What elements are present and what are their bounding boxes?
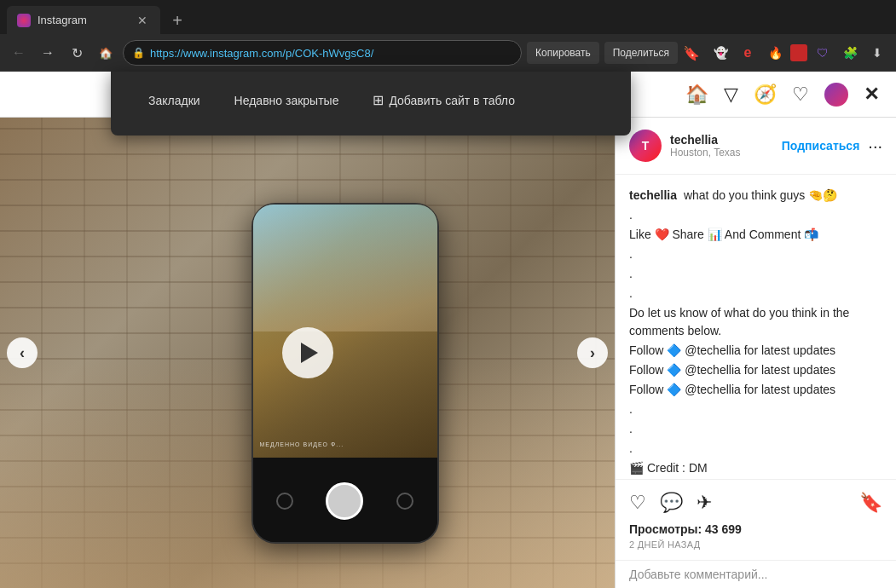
post-user-info: techellia Houston, Texas	[670, 133, 773, 159]
home-button[interactable]: 🏠	[94, 41, 118, 65]
caption-follow-1: Follow 🔷 @techellia for latest updates	[629, 342, 882, 360]
caption-credit: 🎬 Credit : DM	[629, 459, 882, 477]
close-button[interactable]: ✕	[864, 84, 879, 106]
comment-button[interactable]: 💬	[660, 492, 683, 514]
url-bar: 🔒	[123, 40, 522, 66]
ghost-icon[interactable]: 👻	[708, 41, 732, 65]
comment-input[interactable]	[629, 568, 882, 581]
caption-follow-2: Follow 🔷 @techellia for latest updates	[629, 361, 882, 379]
ig-profile-avatar[interactable]	[824, 83, 848, 107]
reload-button[interactable]: ↻	[65, 41, 89, 65]
add-to-tab-label: Добавить сайт в табло	[389, 94, 515, 107]
lock-icon: 🔒	[132, 47, 145, 59]
phone-screen	[253, 205, 437, 458]
caption-content: what do you think guys 🤏🤔	[684, 188, 837, 202]
caption-dot-5: .	[629, 420, 882, 438]
bookmarks-label: Закладки	[148, 94, 200, 107]
recent-closed-label: Недавно закрытые	[234, 94, 339, 107]
more-options-button[interactable]: ···	[868, 137, 882, 154]
share-button[interactable]: ✈	[697, 492, 712, 514]
back-button[interactable]: ←	[7, 41, 31, 65]
browser-extensions: 👻 e 🔥 🛡 🧩 ⬇	[708, 41, 889, 65]
share-button[interactable]: Поделиться	[604, 42, 678, 64]
add-tab-icon: ⊞	[373, 92, 384, 108]
post-username[interactable]: techellia	[670, 133, 773, 147]
download-icon[interactable]: ⬇	[865, 41, 889, 65]
caption-follow-3: Follow 🔷 @techellia for latest updates	[629, 381, 882, 399]
post-actions: ♡ 💬 ✈ 🔖 Просмотры: 43 699 2 ДНЕЙ НАЗАД	[616, 479, 896, 560]
phone-device: МЕДЛЕННО ВИДЕО Ф...	[251, 203, 439, 544]
post-caption: techellia what do you think guys 🤏🤔 . Li…	[616, 175, 896, 479]
camera-shutter[interactable]	[326, 482, 363, 520]
bookmark-icon[interactable]: 🔖	[683, 45, 700, 61]
phone-mode-text: МЕДЛЕННО ВИДЕО Ф...	[260, 441, 344, 447]
user-avatar: T	[629, 130, 662, 162]
post-info-panel: T techellia Houston, Texas Подписаться ·…	[615, 118, 896, 588]
action-icons-row: ♡ 💬 ✈ 🔖	[629, 487, 882, 519]
tab-title: Instagram	[38, 14, 128, 26]
caption-separator-1: .	[629, 206, 882, 224]
extensions-icon[interactable]: 🧩	[838, 41, 862, 65]
next-arrow[interactable]: ›	[577, 337, 608, 368]
post-meta: Просмотры: 43 699 2 ДНЕЙ НАЗАД	[629, 519, 882, 553]
red-square-icon[interactable]	[790, 44, 807, 61]
play-button[interactable]	[282, 327, 333, 378]
copy-button[interactable]: Копировать	[527, 42, 599, 64]
instagram-page: Instagram 🏠 ▽ 🧭 ♡ ✕	[0, 72, 896, 588]
e-icon[interactable]: e	[736, 41, 760, 65]
phone-camera-controls	[253, 461, 437, 542]
add-comment-bar	[616, 560, 896, 588]
browser-frame: Instagram ✕ + ← → ↻ 🏠 🔒 Копировать Подел…	[0, 0, 896, 588]
caption-share-comment: Like ❤️ Share 📊 And Comment 📬	[629, 226, 882, 244]
active-tab[interactable]: Instagram ✕	[7, 6, 160, 34]
caption-main: techellia what do you think guys 🤏🤔	[629, 187, 882, 205]
url-input[interactable]	[150, 47, 512, 60]
views-count: Просмотры: 43 699	[629, 522, 882, 536]
tab-bar: Instagram ✕ +	[0, 0, 896, 34]
ig-filter-icon[interactable]: ▽	[724, 84, 738, 106]
video-panel: МЕДЛЕННО ВИДЕО Ф... ‹ ›	[0, 118, 615, 588]
ig-compass-icon[interactable]: 🧭	[754, 84, 777, 106]
dropdown-menu: Закладки Недавно закрытые ⊞ Добавить сай…	[111, 72, 631, 135]
dropdown-items: Закладки Недавно закрытые ⊞ Добавить сай…	[131, 85, 610, 115]
nav-bar: ← → ↻ 🏠 🔒 Копировать Поделиться 🔖 👻 e 🔥 …	[0, 34, 896, 72]
caption-dot-3: .	[629, 285, 882, 303]
caption-comments-invite: Do let us know of what do you think in t…	[629, 304, 882, 340]
dropdown-item-bookmarks[interactable]: Закладки	[131, 85, 217, 115]
play-triangle-icon	[301, 343, 318, 363]
dropdown-item-recent-closed[interactable]: Недавно закрытые	[217, 85, 356, 115]
post-header: T techellia Houston, Texas Подписаться ·…	[616, 118, 896, 175]
views-label: Просмотры:	[629, 522, 702, 536]
dropdown-item-add-to-tab[interactable]: ⊞ Добавить сайт в табло	[356, 85, 532, 115]
post-location: Houston, Texas	[670, 147, 773, 159]
views-number: 43 699	[705, 522, 742, 536]
ig-nav-icons: 🏠 ▽ 🧭 ♡ ✕	[685, 83, 879, 107]
tab-close-button[interactable]: ✕	[135, 13, 150, 28]
caption-dot-4: .	[629, 401, 882, 418]
ig-home-icon[interactable]: 🏠	[685, 84, 708, 106]
forward-button[interactable]: →	[36, 41, 60, 65]
post-date: 2 ДНЕЙ НАЗАД	[629, 539, 882, 550]
save-button[interactable]: 🔖	[859, 492, 882, 514]
caption-dot-6: .	[629, 440, 882, 458]
caption-dot-2: .	[629, 265, 882, 283]
camera-extra-btn	[276, 493, 293, 510]
prev-arrow[interactable]: ‹	[7, 337, 38, 368]
ig-heart-icon[interactable]: ♡	[792, 84, 809, 106]
follow-button[interactable]: Подписаться	[782, 139, 860, 153]
like-button[interactable]: ♡	[629, 492, 646, 514]
camera-flip-btn[interactable]	[396, 493, 413, 510]
tab-favicon	[17, 14, 31, 27]
new-tab-button[interactable]: +	[164, 7, 191, 34]
ig-page-body: МЕДЛЕННО ВИДЕО Ф... ‹ ›	[0, 118, 896, 588]
shield-icon[interactable]: 🛡	[811, 41, 835, 65]
caption-username[interactable]: techellia	[629, 188, 677, 202]
caption-dot-1: .	[629, 245, 882, 263]
flame-icon[interactable]: 🔥	[763, 41, 787, 65]
